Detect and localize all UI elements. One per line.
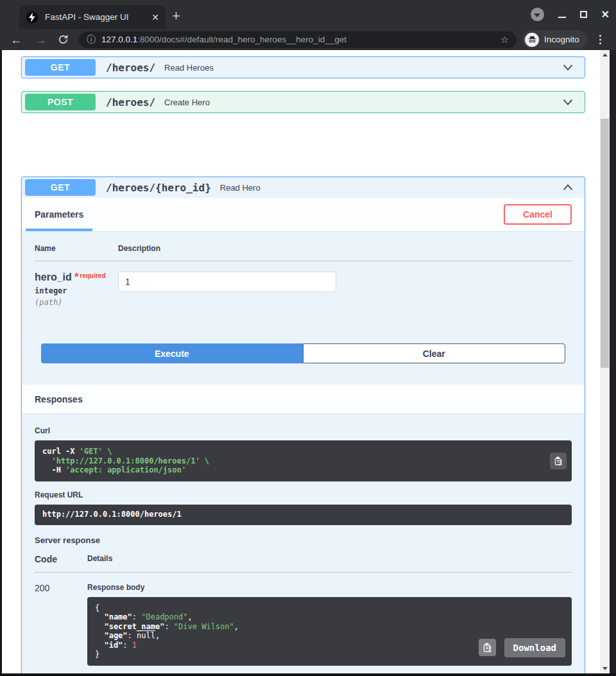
endpoint-summary: Create Hero — [164, 98, 210, 107]
responses-title: Responses — [35, 394, 83, 404]
status-code: 200 — [35, 583, 87, 676]
endpoint-path: /heroes/ — [106, 62, 155, 74]
hero-id-input[interactable] — [118, 272, 336, 292]
response-body-label: Response body — [87, 583, 572, 592]
method-badge: GET — [25, 59, 96, 76]
endpoint-path: /heroes/{hero_id} — [106, 182, 211, 194]
code-details-header: Code Details — [35, 554, 572, 573]
window-edge-left — [0, 50, 2, 676]
description-column-header: Description — [118, 244, 160, 253]
tab-title: FastAPI - Swagger UI — [45, 12, 148, 22]
scroll-up-arrow-icon[interactable] — [603, 53, 608, 56]
url-text: 127.0.0.1:8000/docs#/default/read_hero_h… — [101, 35, 495, 44]
endpoint-header[interactable]: GET /heroes/{hero_id} Read Hero — [22, 177, 585, 198]
parameters-section-header: Parameters Cancel — [22, 198, 585, 231]
swagger-page: GET /heroes/ Read Heroes POST /heroes/ C… — [0, 50, 616, 676]
clipboard-icon — [554, 456, 563, 465]
details-column-header: Details — [87, 554, 112, 564]
code-column-header: Code — [35, 554, 87, 564]
browser-window: FastAPI - Swagger UI ✕ + ✕ ← → ⓘ 127.0.0… — [0, 0, 616, 676]
minimize-button[interactable] — [558, 17, 566, 18]
window-controls: ✕ — [531, 0, 610, 29]
close-window-button[interactable]: ✕ — [601, 8, 610, 21]
browser-menu-icon[interactable]: ⋮ — [595, 33, 606, 46]
endpoint-post-heroes[interactable]: POST /heroes/ Create Hero — [21, 91, 585, 113]
address-bar[interactable]: ⓘ 127.0.0.1:8000/docs#/default/read_hero… — [79, 31, 517, 48]
cancel-button[interactable]: Cancel — [504, 204, 572, 225]
curl-label: Curl — [35, 426, 572, 435]
responses-section-header: Responses — [22, 385, 585, 413]
expand-chevron-icon[interactable] — [561, 60, 575, 74]
parameter-row: hero_id *required integer (path) — [35, 261, 572, 307]
copy-curl-button[interactable] — [550, 453, 567, 469]
new-tab-button[interactable]: + — [172, 9, 180, 23]
method-badge: GET — [25, 179, 96, 196]
page-info-icon[interactable]: ⓘ — [87, 34, 96, 46]
tab-strip: FastAPI - Swagger UI ✕ + ✕ — [0, 0, 616, 29]
request-url-value: http://127.0.0.1:8000/heroes/1 — [35, 505, 572, 525]
scrollbar-thumb[interactable] — [601, 119, 609, 368]
response-row: 200 Response body { "name": "Deadpond", … — [35, 573, 572, 676]
incognito-label: Incognito — [544, 35, 579, 44]
endpoint-get-heroes[interactable]: GET /heroes/ Read Heroes — [21, 56, 585, 78]
execute-button[interactable]: Execute — [41, 343, 303, 363]
endpoint-summary: Read Hero — [220, 183, 261, 193]
parameters-table: Name Description hero_id *required integ… — [22, 231, 585, 307]
expand-chevron-icon[interactable] — [561, 95, 575, 109]
parameter-name: hero_id *required — [35, 272, 118, 283]
tab-parameters[interactable]: Parameters — [26, 198, 92, 231]
tab-close-icon[interactable]: ✕ — [151, 12, 159, 22]
download-button[interactable]: Download — [504, 638, 565, 657]
name-column-header: Name — [35, 244, 118, 253]
clipboard-icon — [483, 643, 492, 652]
window-edge-right — [610, 50, 616, 676]
bookmark-star-icon[interactable]: ☆ — [501, 34, 509, 46]
request-url-label: Request URL — [35, 490, 572, 499]
tab-search-button[interactable] — [531, 8, 544, 21]
execute-group: Execute Clear — [41, 343, 565, 363]
forward-button[interactable]: → — [35, 34, 46, 46]
collapse-chevron-icon[interactable] — [561, 180, 575, 195]
server-response-label: Server response — [35, 535, 572, 545]
method-badge: POST — [25, 94, 96, 110]
maximize-button[interactable] — [580, 11, 587, 18]
back-button[interactable]: ← — [10, 34, 22, 46]
incognito-icon — [527, 35, 537, 44]
window-edge-bottom — [0, 673, 616, 676]
endpoint-get-hero-by-id: GET /heroes/{hero_id} Read Hero Paramete… — [21, 177, 585, 676]
fastapi-favicon-icon — [26, 11, 38, 24]
incognito-badge: Incognito — [522, 30, 587, 49]
endpoint-path: /heroes/ — [106, 96, 155, 108]
clear-button[interactable]: Clear — [303, 343, 566, 363]
browser-toolbar: ← → ⓘ 127.0.0.1:8000/docs#/default/read_… — [0, 29, 616, 50]
curl-command: curl -X 'GET' \ 'http://127.0.0.1:8000/h… — [35, 440, 572, 481]
parameter-type: integer — [35, 286, 118, 295]
required-label: required — [80, 272, 105, 279]
parameter-location: (path) — [35, 298, 118, 307]
response-body-json: { "name": "Deadpond", "secret_name": "Di… — [87, 597, 572, 666]
chevron-down-icon — [534, 13, 540, 17]
browser-tab[interactable]: FastAPI - Swagger UI ✕ — [19, 5, 166, 29]
copy-response-button[interactable] — [479, 639, 496, 656]
scroll-down-arrow-icon[interactable] — [603, 667, 608, 670]
required-asterisk: * — [74, 272, 78, 282]
responses-body: Curl curl -X 'GET' \ 'http://127.0.0.1:8… — [22, 413, 585, 676]
endpoint-summary: Read Heroes — [164, 63, 214, 73]
reload-button[interactable] — [58, 34, 69, 45]
page-scrollbar[interactable] — [600, 50, 610, 673]
